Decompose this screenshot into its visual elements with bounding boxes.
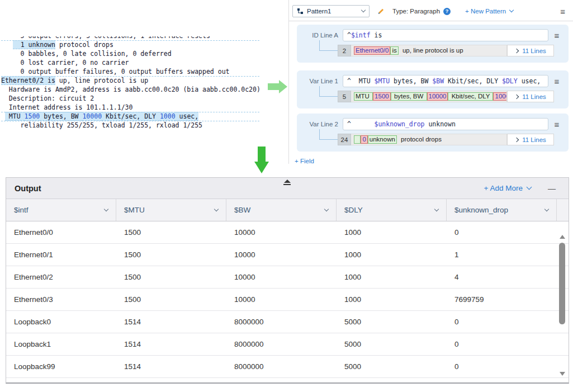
- add-field-link[interactable]: + Field: [295, 158, 314, 164]
- scroll-up-icon[interactable]: [560, 235, 565, 239]
- match-segment: protocol drops: [397, 136, 442, 143]
- table-row: Ethernet0/315001000010007699759: [6, 289, 569, 311]
- collapse-panel-icon[interactable]: [283, 180, 291, 185]
- match-segment: MTU: [354, 92, 373, 101]
- code-line: Description: circuit 2: [1, 94, 259, 103]
- table-cell: 0: [447, 333, 557, 355]
- expand-lines-link[interactable]: 11 Lines: [507, 134, 554, 145]
- table-row: Loopback11514800000050000: [6, 333, 569, 356]
- menu-icon[interactable]: [553, 77, 561, 86]
- pattern-panel-header: Pattern1 Type: Paragraph ? + New Pattern: [292, 4, 567, 18]
- output-title: Output: [15, 184, 41, 193]
- match-segment: 1500: [373, 92, 391, 101]
- add-more-button[interactable]: + Add More: [484, 184, 531, 192]
- pattern-card-var-line-1: Var Line 1 ^ MTU $MTU bytes, BW $BW Kbit…: [297, 70, 569, 108]
- chevron-down-icon[interactable]: [544, 206, 549, 211]
- chevron-down-icon[interactable]: [104, 206, 108, 211]
- regex-input[interactable]: ^ $unknown_drop unknown: [343, 118, 548, 130]
- column-header-MTU[interactable]: $MTU: [116, 199, 226, 221]
- help-icon[interactable]: ?: [443, 8, 451, 15]
- chevron-right-icon: [514, 137, 519, 141]
- column-label: $DLY: [344, 206, 363, 214]
- new-pattern-button[interactable]: + New Pattern: [465, 8, 513, 15]
- table-cell: Ethernet0/2: [6, 266, 116, 288]
- matched-line: 0unknown protocol drops: [351, 134, 507, 145]
- minimize-button[interactable]: —: [548, 184, 556, 193]
- table-cell: 0: [447, 221, 557, 243]
- code-line: 0 output buffer failures, 0 output buffe…: [1, 67, 259, 76]
- table-cell: 1000: [337, 244, 447, 266]
- table-row: Ethernet0/215001000010004: [6, 266, 569, 289]
- table-cell: 10000: [226, 244, 337, 266]
- regex-text: is: [371, 31, 382, 39]
- code-line: 0 lost carrier, 0 no carrier: [1, 58, 259, 67]
- connector-line: [319, 40, 338, 51]
- table-cell: 1514: [116, 311, 226, 333]
- match-segment: 10000: [427, 92, 448, 101]
- column-header-intf[interactable]: $intf: [6, 199, 116, 221]
- regex-text: MTU: [351, 77, 375, 85]
- table-cell: 5000: [337, 311, 447, 333]
- matched-line: Ethernet0/0is up, line protocol is up: [351, 45, 507, 56]
- table-cell: Ethernet0/0: [6, 221, 116, 243]
- table-cell: 1500: [116, 221, 226, 243]
- regex-text: ^: [347, 120, 351, 128]
- card-label: ID Line A: [304, 32, 338, 39]
- regex-input[interactable]: ^ MTU $MTU bytes, BW $BW Kbit/sec, DLY $…: [343, 75, 548, 87]
- pattern-card-var-line-2: Var Line 2 ^ $unknown_drop unknown 24 0u…: [297, 114, 569, 152]
- menu-icon[interactable]: [553, 120, 561, 129]
- code-highlight: MTU: [5, 112, 25, 121]
- scroll-down-icon[interactable]: [560, 372, 565, 376]
- table-cell: 1: [447, 244, 557, 266]
- regex-variable: $BW: [432, 77, 444, 85]
- regex-variable: $intf: [351, 31, 371, 39]
- chevron-down-icon: [361, 8, 366, 12]
- table-cell: 1514: [116, 333, 226, 355]
- regex-text: bytes, BW: [390, 77, 432, 85]
- menu-icon[interactable]: [560, 7, 565, 16]
- match-segment: 0: [361, 135, 367, 144]
- match-segment: Kbit/sec, DLY: [448, 92, 493, 101]
- pattern-editor-panel: Pattern1 Type: Paragraph ? + New Pattern…: [288, 0, 573, 164]
- regex-input[interactable]: ^$intf is: [343, 29, 548, 41]
- expand-lines-link[interactable]: 11 Lines: [507, 45, 554, 56]
- table-cell: 1500: [116, 289, 226, 310]
- table-cell: 1000: [337, 221, 447, 243]
- table-cell: Loopback1: [6, 333, 116, 355]
- chevron-down-icon[interactable]: [434, 206, 439, 211]
- lines-count-label: 11 Lines: [522, 136, 546, 143]
- pattern-card-id-line-a: ID Line A ^$intf is 2 Ethernet0/0is up, …: [297, 25, 569, 63]
- table-cell: 10000: [226, 266, 337, 288]
- column-header-BW[interactable]: $BW: [226, 199, 337, 221]
- code-highlight: usec,: [176, 112, 199, 121]
- match-line-number: 24: [338, 134, 351, 145]
- regex-variable: $DLY: [502, 77, 518, 85]
- chevron-right-icon: [514, 48, 519, 53]
- code-line: MTU 1500 bytes, BW 10000 Kbit/sec, DLY 1…: [1, 112, 259, 121]
- lines-count-label: 11 Lines: [522, 93, 546, 100]
- chevron-down-icon[interactable]: [324, 206, 329, 211]
- table-cell: 10000: [226, 221, 337, 243]
- table-cell: 5000: [337, 333, 447, 355]
- chevron-down-icon[interactable]: [214, 206, 219, 211]
- regex-text: unknown: [425, 120, 456, 128]
- regex-text: ^: [347, 31, 351, 39]
- match-line-number: 2: [338, 45, 351, 56]
- output-header: Output + Add More —: [6, 178, 569, 199]
- edit-pencil-icon[interactable]: [377, 7, 385, 15]
- code-line: 0 babbles, 0 late collision, 0 deferred: [1, 49, 259, 58]
- code-line: 5 output errors, 5 collisions, 1 interfa…: [1, 36, 259, 40]
- code-line: reliability 255/255, txload 1/255, rxloa…: [1, 121, 259, 130]
- matched-line: MTU 1500 bytes, BW 10000 Kbit/sec, DLY 1…: [351, 91, 507, 102]
- code-highlight: Ethernet0/2 is: [1, 76, 55, 85]
- vertical-scrollbar[interactable]: [558, 225, 566, 378]
- scrollbar-thumb[interactable]: [559, 243, 565, 324]
- expand-lines-link[interactable]: 11 Lines: [507, 91, 554, 102]
- table-row: Ethernet0/015001000010000: [6, 221, 569, 244]
- table-cell: 0: [447, 311, 557, 333]
- column-header-unknown_drop[interactable]: $unknown_drop: [447, 199, 557, 221]
- pattern-select-dropdown[interactable]: Pattern1: [292, 5, 370, 17]
- code-highlight: 1 unknown: [13, 40, 55, 49]
- column-header-DLY[interactable]: $DLY: [337, 199, 447, 221]
- menu-icon[interactable]: [553, 31, 561, 40]
